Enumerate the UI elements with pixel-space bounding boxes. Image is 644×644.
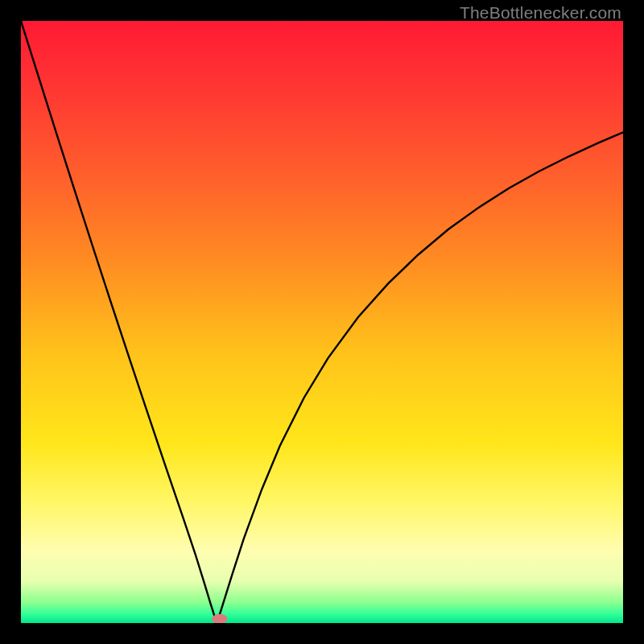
bottleneck-chart: [21, 21, 623, 623]
watermark-text: TheBottlenecker.com: [460, 3, 621, 23]
chart-frame: [21, 21, 623, 623]
gradient-background: [21, 21, 623, 623]
